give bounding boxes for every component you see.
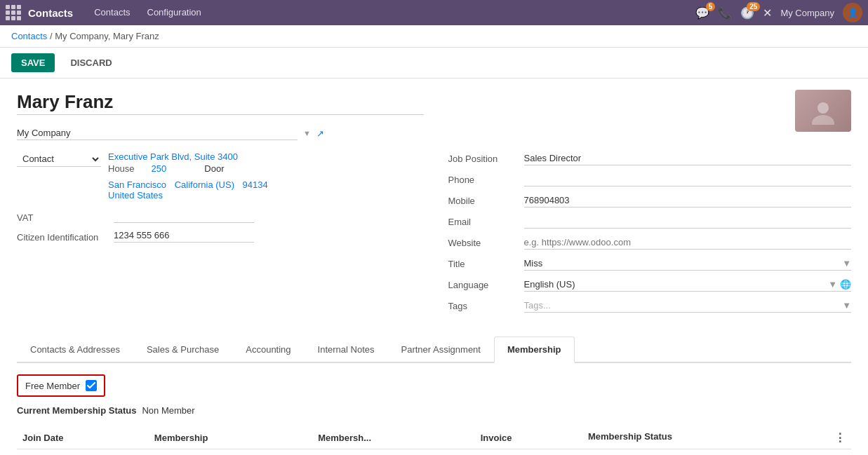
membership-status-row: Current Membership Status Non Member [17,405,851,416]
address-city[interactable]: San Francisco [108,179,166,190]
citizen-id-label: Citizen Identification [17,229,108,243]
address-house[interactable]: 250 [152,163,167,174]
vat-label: VAT [17,210,108,223]
contact-photo[interactable] [795,90,851,132]
email-input[interactable] [524,215,852,229]
contact-name-input[interactable] [17,90,424,115]
citizen-id-input[interactable] [114,229,254,243]
user-avatar[interactable]: 👤 [843,3,862,22]
messages-badge: 5 [706,2,716,11]
free-member-checkbox[interactable] [86,380,97,391]
language-dropdown-arrow: ▼ [828,279,837,290]
activity-icon[interactable]: 🕐 25 [740,6,754,20]
save-button[interactable]: SAVE [11,53,55,72]
discard-button[interactable]: DISCARD [60,53,121,72]
company-label[interactable]: My Company [780,8,834,18]
address-zip[interactable]: 94134 [243,179,268,190]
tags-placeholder: Tags... [524,300,551,311]
language-select[interactable]: English (US) ▼ 🌐 [524,278,852,292]
col-membership-status: Membership Status ⋮ [582,427,851,449]
membership-table: Join Date Membership Membersh... Invoice… [17,427,851,455]
title-dropdown-arrow: ▼ [842,258,851,269]
company-dropdown-arrow: ▼ [303,129,311,137]
app-grid-icon[interactable] [6,5,21,20]
tags-select[interactable]: Tags... ▼ [524,299,852,313]
main-content: ▼ ↗ Contact Executive Park Blvd, Suite 3… [0,79,868,455]
photo-placeholder [795,90,851,132]
free-member-label: Free Member [25,381,80,391]
tags-dropdown-arrow: ▼ [842,300,851,311]
contact-type-select[interactable]: Contact [17,151,101,167]
app-title[interactable]: Contacts [28,7,73,19]
svg-point-0 [817,102,829,114]
title-label: Title [448,259,519,269]
membership-current-label: Current Membership Status [17,405,136,416]
nav-configuration[interactable]: Configuration [140,0,208,25]
tags-label: Tags [448,301,519,311]
address-street[interactable]: Executive Park Blvd, Suite 3400 [108,151,268,162]
tab-contacts-addresses[interactable]: Contacts & Addresses [17,337,133,363]
activity-badge: 25 [747,2,760,11]
mobile-input[interactable] [524,193,852,208]
free-member-row: Free Member [17,374,105,397]
breadcrumb-root[interactable]: Contacts [11,31,47,41]
breadcrumb-separator: / [50,31,53,41]
breadcrumb-current: My Company, Mary Franz [55,31,159,41]
tabs-bar: Contacts & Addresses Sales & Purchase Ac… [17,337,851,363]
col-join-date: Join Date [17,427,149,449]
address-house-label: House [108,163,135,174]
language-label: Language [448,280,519,290]
mobile-label: Mobile [448,196,519,206]
nav-contacts[interactable]: Contacts [87,0,137,25]
address-country[interactable]: United States [108,190,163,201]
breadcrumb: Contacts / My Company, Mary Franz [0,25,868,48]
tab-sales-purchase[interactable]: Sales & Purchase [133,337,232,363]
address-state[interactable]: California (US) [175,179,234,190]
membership-tab-content: Free Member Current Membership Status No… [17,363,851,455]
vat-input[interactable] [114,209,254,223]
phone-icon[interactable]: 📞 [718,6,732,20]
action-bar: SAVE DISCARD [0,48,868,79]
svg-point-1 [812,115,834,125]
job-position-label: Job Position [448,154,519,164]
tab-membership[interactable]: Membership [494,337,575,363]
tab-internal-notes[interactable]: Internal Notes [305,337,388,363]
col-membersh: Membersh... [312,427,475,449]
phone-input[interactable] [524,172,852,186]
address-door-label: Door [204,163,224,174]
email-label: Email [448,217,519,227]
external-link-icon[interactable]: ↗ [316,128,324,139]
messages-icon[interactable]: 💬 5 [695,6,709,20]
job-position-input[interactable] [524,151,852,165]
table-row [17,449,851,456]
col-invoice: Invoice [475,427,582,449]
website-input[interactable] [524,236,852,250]
phone-label: Phone [448,175,519,185]
top-navigation: Contacts Contacts Configuration 💬 5 📞 🕐 … [0,0,868,25]
tab-partner-assignment[interactable]: Partner Assignment [388,337,494,363]
membership-current-value: Non Member [142,405,194,416]
company-field[interactable] [17,126,298,140]
title-select[interactable]: Miss ▼ [524,257,852,271]
table-options-icon[interactable]: ⋮ [834,431,846,444]
tab-accounting[interactable]: Accounting [232,337,304,363]
col-membership: Membership [149,427,312,449]
language-globe-icon: 🌐 [840,279,851,290]
close-icon[interactable]: ✕ [763,6,772,20]
website-label: Website [448,238,519,248]
